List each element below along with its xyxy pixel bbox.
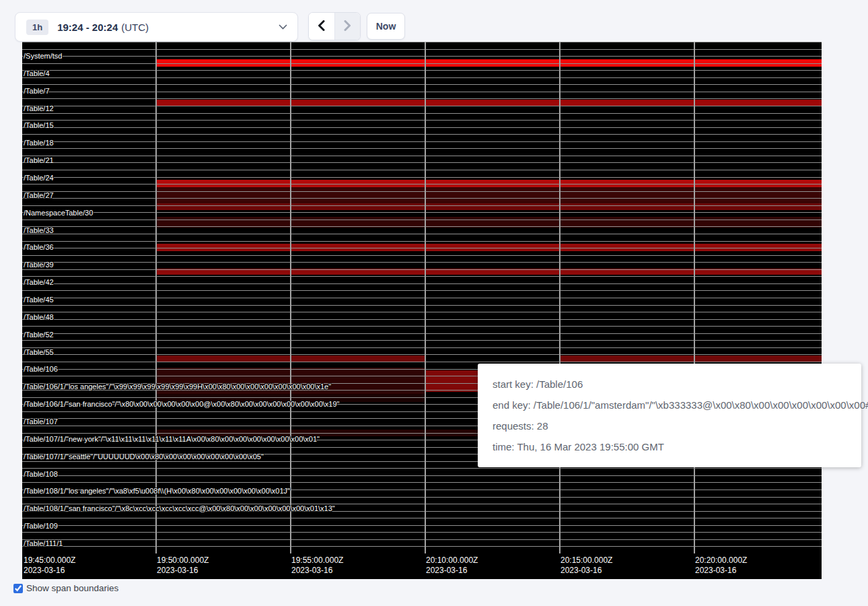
key-span-label: /Table/33 <box>24 226 54 234</box>
axis-tick-label: 19:55:00.000Z2023-03-16 <box>291 556 343 576</box>
span-boundary-line <box>22 482 822 483</box>
heatmap-plot-area[interactable]: /System/tsd/Table/4/Table/7/Table/12/Tab… <box>22 42 822 553</box>
span-boundary-line <box>22 497 822 498</box>
span-boundary-line <box>22 212 822 213</box>
now-button[interactable]: Now <box>367 13 405 40</box>
axis-tick-time: 19:50:00.000Z <box>157 556 209 566</box>
key-span-label: /Table/108 <box>24 470 58 478</box>
span-boundary-line <box>22 262 822 263</box>
span-boundary-line <box>22 532 822 533</box>
show-span-boundaries-checkbox[interactable] <box>13 584 23 593</box>
key-span-label: /Table/108/1/"san francisco"/"\x8c\xcc\x… <box>24 504 335 512</box>
prev-range-button[interactable] <box>309 13 334 40</box>
axis-tick-time: 20:15:00.000Z <box>560 556 612 566</box>
key-span-label: /Table/18 <box>24 139 54 147</box>
span-boundary-line <box>22 42 822 42</box>
span-boundary-line <box>22 141 822 142</box>
span-boundary-line <box>22 156 822 156</box>
key-span-label: /Table/106/1/"los angeles"/"\x99\x99\x99… <box>24 382 331 391</box>
tooltip-line: time: Thu, 16 Mar 2023 19:55:00 GMT <box>493 441 846 452</box>
key-span-label: /NamespaceTable/30 <box>24 209 93 217</box>
span-boundary-line <box>22 546 822 547</box>
time-gridline <box>290 42 291 553</box>
span-boundary-line <box>22 333 822 334</box>
key-visualizer-canvas[interactable]: /System/tsd/Table/4/Table/7/Table/12/Tab… <box>22 42 822 579</box>
key-span-label: /Table/48 <box>24 313 54 321</box>
axis-tick-date: 2023-03-16 <box>157 566 209 576</box>
span-boundary-line <box>22 98 822 99</box>
duration-badge: 1h <box>26 20 48 35</box>
span-boundary-line <box>22 276 822 277</box>
key-span-label: /Table/106 <box>24 365 58 373</box>
key-span-label: /Table/52 <box>24 331 54 339</box>
axis-tick-label: 19:45:00.000Z2023-03-16 <box>24 556 75 576</box>
key-span-label: /Table/107/1/"seattle"/"UUUUUUD\x00\x80\… <box>24 452 264 461</box>
timezone-label: (UTC) <box>121 22 149 33</box>
span-boundary-line <box>22 234 822 234</box>
time-range-select[interactable]: 1h 19:24 - 20:24 (UTC) <box>15 12 298 42</box>
axis-tick-label: 20:20:00.000Z2023-03-16 <box>695 556 747 576</box>
span-boundary-line <box>22 77 822 78</box>
tooltip-line: requests: 28 <box>493 420 846 432</box>
key-span-label: /Table/55 <box>24 348 54 356</box>
key-span-label: /Table/21 <box>24 156 54 164</box>
span-boundary-line <box>22 198 822 199</box>
key-span-label: /Table/108/1/"los angeles"/"\xa8\xf5\u00… <box>24 487 290 495</box>
axis-tick-date: 2023-03-16 <box>24 566 75 576</box>
footer-controls: Show span boundaries <box>13 583 118 593</box>
span-boundary-line <box>22 539 822 540</box>
key-span-label: /Table/109 <box>24 522 58 530</box>
axis-tick-label: 20:15:00.000Z2023-03-16 <box>560 556 612 576</box>
span-boundary-line <box>22 148 822 149</box>
span-boundary-line <box>22 248 822 248</box>
span-boundary-line <box>22 312 822 312</box>
span-boundary-line <box>22 340 822 341</box>
axis-tick-date: 2023-03-16 <box>560 566 612 576</box>
span-boundary-line <box>22 347 822 348</box>
hover-tooltip: start key: /Table/106end key: /Table/106… <box>478 364 861 467</box>
key-span-label: /Table/12 <box>24 104 54 112</box>
span-boundary-line <box>22 191 822 192</box>
key-span-label: /Table/15 <box>24 121 54 129</box>
axis-tick-date: 2023-03-16 <box>291 566 343 576</box>
span-boundary-line <box>22 113 822 114</box>
key-span-label: /Table/7 <box>24 87 50 95</box>
time-gridline <box>425 42 426 553</box>
axis-tick-date: 2023-03-16 <box>695 566 747 576</box>
span-boundary-line <box>22 354 822 355</box>
span-boundary-line <box>22 205 822 206</box>
key-span-label: /Table/107 <box>24 417 58 426</box>
tooltip-line: end key: /Table/106/1/"amsterdam"/"\xb33… <box>493 399 846 411</box>
span-boundary-line <box>22 475 822 476</box>
hot-range-band[interactable] <box>155 187 822 203</box>
key-span-label: /Table/4 <box>24 69 50 77</box>
key-span-label: /Table/39 <box>24 261 54 269</box>
key-span-label: /Table/27 <box>24 191 54 199</box>
span-boundary-line <box>22 63 822 64</box>
chevron-down-icon <box>279 24 287 30</box>
span-boundary-line <box>22 184 822 184</box>
span-boundary-line <box>22 305 822 306</box>
time-range-nav <box>308 12 361 40</box>
key-span-label: /Table/24 <box>24 174 54 182</box>
span-boundary-line <box>22 49 822 50</box>
chevron-left-icon <box>318 20 325 33</box>
span-boundary-line <box>22 525 822 526</box>
time-gridline <box>155 42 157 553</box>
hot-range-band[interactable] <box>155 203 822 210</box>
show-span-boundaries-label: Show span boundaries <box>26 583 118 593</box>
span-boundary-line <box>22 177 822 178</box>
span-boundary-line <box>22 106 822 106</box>
span-boundary-line <box>22 283 822 284</box>
span-boundary-line <box>22 127 822 128</box>
span-boundary-line <box>22 319 822 320</box>
span-boundary-line <box>22 92 822 92</box>
span-boundary-line <box>22 468 822 469</box>
span-boundary-line <box>22 518 822 518</box>
key-span-label: /Table/106/1/"san francisco"/"\x80\x00\x… <box>24 400 340 408</box>
span-boundary-line <box>22 269 822 270</box>
axis-tick-date: 2023-03-16 <box>426 566 478 576</box>
time-range-label: 19:24 - 20:24 <box>57 22 118 33</box>
next-range-button[interactable] <box>334 13 361 40</box>
axis-tick-label: 20:10:00.000Z2023-03-16 <box>426 556 478 576</box>
